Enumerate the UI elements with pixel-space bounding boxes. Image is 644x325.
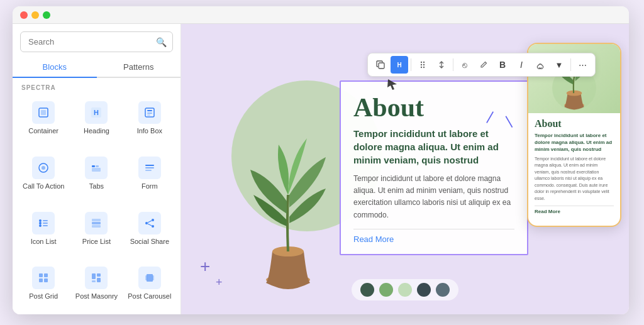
svg-rect-1 xyxy=(41,110,46,115)
copy-button[interactable] xyxy=(372,56,389,74)
svg-point-9 xyxy=(42,166,45,170)
color-swatch-1[interactable] xyxy=(379,283,393,297)
browser-titlebar xyxy=(13,6,629,24)
block-item-tabs[interactable]: Tabs xyxy=(70,150,122,204)
color-palette xyxy=(352,279,458,300)
svg-rect-41 xyxy=(379,63,384,69)
svg-point-45 xyxy=(423,62,425,63)
color-swatch-3[interactable] xyxy=(417,283,431,297)
toolbar-divider-2 xyxy=(453,58,453,71)
svg-point-25 xyxy=(152,219,154,221)
cursor-arrow xyxy=(386,78,399,91)
block-label-cta: Call To Action xyxy=(23,182,64,190)
block-item-socialshare[interactable]: Social Share xyxy=(124,206,175,260)
svg-rect-6 xyxy=(147,113,152,114)
socialshare-icon xyxy=(138,212,161,234)
infobox-icon xyxy=(138,101,161,124)
block-label-postmasonry: Post Masonry xyxy=(75,292,118,300)
block-label-postcarousel: Post Carousel xyxy=(128,292,171,300)
move-button[interactable] xyxy=(433,56,450,74)
block-item-container[interactable]: Container xyxy=(18,95,69,149)
deco-lines: | | xyxy=(488,112,519,126)
iconlist-icon xyxy=(32,212,55,234)
tab-blocks[interactable]: Blocks xyxy=(13,57,97,78)
svg-rect-32 xyxy=(39,278,43,282)
block-item-postcarousel[interactable]: Post Carousel xyxy=(124,260,175,314)
svg-point-47 xyxy=(423,64,425,65)
block-item-pricelist[interactable]: Price List xyxy=(70,206,122,260)
block-item-iconlist[interactable]: Icon List xyxy=(18,206,69,260)
block-label-postgrid: Post Grid xyxy=(29,292,58,300)
pin-button[interactable]: ⎋ xyxy=(456,56,474,74)
svg-text:H: H xyxy=(94,109,99,116)
svg-point-18 xyxy=(39,222,42,224)
block-label-heading: Heading xyxy=(84,127,109,135)
mobile-body: Tempor incididunt ut labore et dolore ma… xyxy=(535,156,614,202)
section-label-spectra: SPECTRA xyxy=(13,78,180,95)
drag-handle-button[interactable] xyxy=(414,56,431,74)
read-more-link[interactable]: Read More xyxy=(353,229,514,244)
svg-text:H: H xyxy=(397,62,401,69)
cta-icon xyxy=(32,157,55,179)
mobile-subtitle: Tempor incididunt ut labore et dolore ma… xyxy=(535,132,614,153)
svg-rect-31 xyxy=(44,273,48,277)
plant-decoration xyxy=(244,119,332,295)
block-panel: 🔍 Blocks Patterns SPECTRA Container xyxy=(13,24,181,314)
svg-point-44 xyxy=(421,62,422,63)
mobile-read-more-link[interactable]: Read More xyxy=(535,206,614,214)
svg-rect-19 xyxy=(43,223,48,224)
color-swatch-0[interactable] xyxy=(360,283,374,297)
svg-rect-30 xyxy=(39,273,43,277)
block-item-cta[interactable]: Call To Action xyxy=(18,150,69,204)
toolbar-divider-3 xyxy=(570,58,571,71)
dropdown-button[interactable]: ▼ xyxy=(550,56,568,74)
link-button[interactable] xyxy=(531,56,549,74)
search-icon: 🔍 xyxy=(156,37,167,47)
svg-rect-38 xyxy=(147,274,153,282)
svg-rect-35 xyxy=(97,273,101,277)
block-label-infobox: Info Box xyxy=(137,127,162,135)
block-item-infobox[interactable]: Info Box xyxy=(124,95,175,149)
italic-button[interactable]: I xyxy=(513,56,530,74)
heading-block-button[interactable]: H xyxy=(391,56,408,74)
block-item-heading[interactable]: H Heading xyxy=(70,95,122,149)
block-item-postgrid[interactable]: Post Grid xyxy=(18,260,69,314)
svg-line-28 xyxy=(148,221,152,223)
tab-patterns[interactable]: Patterns xyxy=(97,57,181,78)
edit-pencil-button[interactable] xyxy=(475,56,492,74)
tabs-row: Blocks Patterns xyxy=(13,57,180,78)
svg-line-29 xyxy=(148,224,152,226)
svg-rect-5 xyxy=(147,110,152,111)
pricelist-icon xyxy=(85,212,108,234)
svg-rect-14 xyxy=(145,167,154,168)
block-item-form[interactable]: Form xyxy=(124,150,175,204)
block-label-socialshare: Social Share xyxy=(130,238,169,246)
svg-rect-13 xyxy=(145,165,154,166)
search-input[interactable] xyxy=(20,31,173,52)
block-label-pricelist: Price List xyxy=(82,238,111,246)
svg-point-27 xyxy=(152,225,154,228)
block-label-container: Container xyxy=(28,127,58,135)
floating-toolbar: H ⎋ B I ▼ xyxy=(367,53,596,77)
svg-point-48 xyxy=(421,67,422,68)
bold-button[interactable]: B xyxy=(494,56,511,74)
svg-point-26 xyxy=(145,222,148,224)
content-body: Tempor incididunt ut labore et dolore ma… xyxy=(353,173,514,221)
svg-rect-34 xyxy=(92,273,96,279)
color-swatch-2[interactable] xyxy=(398,283,412,297)
content-subtitle: Tempor incididunt ut labore et dolore ma… xyxy=(353,127,514,167)
more-options-button[interactable]: ⋯ xyxy=(574,56,591,74)
svg-rect-21 xyxy=(43,225,48,226)
svg-rect-40 xyxy=(152,275,154,280)
block-label-form: Form xyxy=(142,182,158,190)
minimize-button[interactable] xyxy=(31,11,39,19)
close-button[interactable] xyxy=(20,11,28,19)
color-swatch-4[interactable] xyxy=(436,283,450,297)
browser-window: 🔍 Blocks Patterns SPECTRA Container xyxy=(13,6,629,314)
svg-rect-10 xyxy=(92,165,95,167)
maximize-button[interactable] xyxy=(43,11,50,19)
editor-area[interactable]: H ⎋ B I ▼ xyxy=(181,24,629,314)
block-item-postmasonry[interactable]: Post Masonry xyxy=(70,260,122,314)
svg-rect-22 xyxy=(92,219,101,221)
block-label-tabs: Tabs xyxy=(89,182,104,190)
